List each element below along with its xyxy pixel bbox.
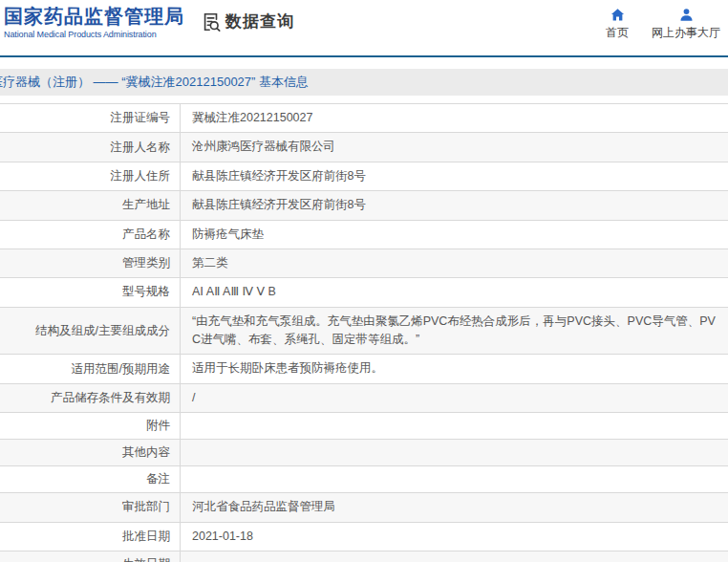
row-value: 献县陈庄镇经济开发区府前街8号 [181,162,728,190]
nav-home-label: 首页 [606,25,629,41]
table-row: 附件 [0,413,728,440]
row-value: 河北省食品药品监督管理局 [181,493,728,522]
table-row: 生产地址献县陈庄镇经济开发区府前街8号 [0,191,728,220]
row-label: 注册人名称 [0,133,181,162]
info-table-body: 注册证编号冀械注准20212150027注册人名称沧州康鸿医疗器械有限公司注册人… [0,104,728,562]
table-row: 产品名称防褥疮气床垫 [0,220,728,249]
row-value: 冀械注准20212150027 [181,104,728,133]
row-label: 其他内容 [0,440,181,466]
row-label: 管理类别 [0,249,181,277]
page-header: 国家药品监督管理局 National Medical Products Admi… [0,0,728,57]
row-label: 生产地址 [0,191,181,220]
nav-service-hall[interactable]: 网上办事大厅 [652,8,720,41]
row-value: AⅠ AⅡ AⅢ Ⅳ Ⅴ B [181,278,728,307]
row-label: 生效日期 [0,551,181,562]
table-row: 产品储存条件及有效期/ [0,383,728,412]
table-row: 型号规格AⅠ AⅡ AⅢ Ⅳ Ⅴ B [0,278,728,307]
row-value: 第二类 [181,249,728,277]
row-value: / [181,383,728,412]
row-label: 注册证编号 [0,104,181,133]
table-row: 注册证编号冀械注准20212150027 [0,104,728,133]
row-value: 献县陈庄镇经济开发区府前街8号 [181,191,728,220]
table-row: 批准日期2021-01-18 [0,522,728,551]
table-row: 结构及组成/主要组成成分“由充气垫和充气泵组成。充气垫由聚氯乙烯PVC布经热合成… [0,307,728,355]
home-icon [610,8,625,22]
data-query-label: 数据查询 [225,11,294,32]
row-label: 产品储存条件及有效期 [0,383,181,412]
breadcrumb: 医疗器械（注册） —— “冀械注准20212150027” 基本信息 [0,69,728,96]
row-value: 沧州康鸿医疗器械有限公司 [181,133,728,162]
row-label: 备注 [0,466,181,493]
row-label: 产品名称 [0,220,181,249]
nav-home[interactable]: 首页 [606,8,629,41]
breadcrumb-text: 医疗器械（注册） —— “冀械注准20212150027” 基本信息 [0,69,309,96]
row-value: 适用于长期卧床患者预防褥疮使用。 [181,355,728,383]
table-row: 其他内容 [0,440,728,466]
table-row: 审批部门河北省食品药品监督管理局 [0,493,728,522]
data-query-title: 数据查询 [201,11,294,32]
row-label: 附件 [0,413,181,440]
row-label: 批准日期 [0,522,181,551]
row-value [181,440,728,466]
row-value: 防褥疮气床垫 [181,220,728,249]
table-row: 注册人名称沧州康鸿医疗器械有限公司 [0,133,728,162]
row-label: 结构及组成/主要组成成分 [0,307,181,355]
nav-service-hall-label: 网上办事大厅 [652,25,720,41]
row-value: 2021-01-18 [181,522,728,551]
row-value [181,466,728,493]
logo-title: 国家药品监督管理局 [4,7,183,26]
row-value [181,551,728,562]
row-value [181,413,728,440]
user-icon [679,8,694,22]
table-row: 适用范围/预期用途适用于长期卧床患者预防褥疮使用。 [0,355,728,383]
table-row: 注册人住所献县陈庄镇经济开发区府前街8号 [0,162,728,190]
info-table: 注册证编号冀械注准20212150027注册人名称沧州康鸿医疗器械有限公司注册人… [0,103,728,562]
header-nav: 首页 网上办事大厅 [606,8,720,41]
row-label: 注册人住所 [0,162,181,190]
nmpa-logo: 国家药品监督管理局 National Medical Products Admi… [4,7,183,39]
row-value: “由充气垫和充气泵组成。充气垫由聚氯乙烯PVC布经热合成形后，再与PVC接头、P… [181,307,728,355]
logo-subtitle: National Medical Products Administration [4,31,183,39]
data-query-icon [201,11,222,32]
table-row: 管理类别第二类 [0,249,728,277]
row-label: 适用范围/预期用途 [0,355,181,383]
row-label: 型号规格 [0,278,181,307]
table-row: 备注 [0,466,728,493]
table-row: 生效日期 [0,551,728,562]
row-label: 审批部门 [0,493,181,522]
